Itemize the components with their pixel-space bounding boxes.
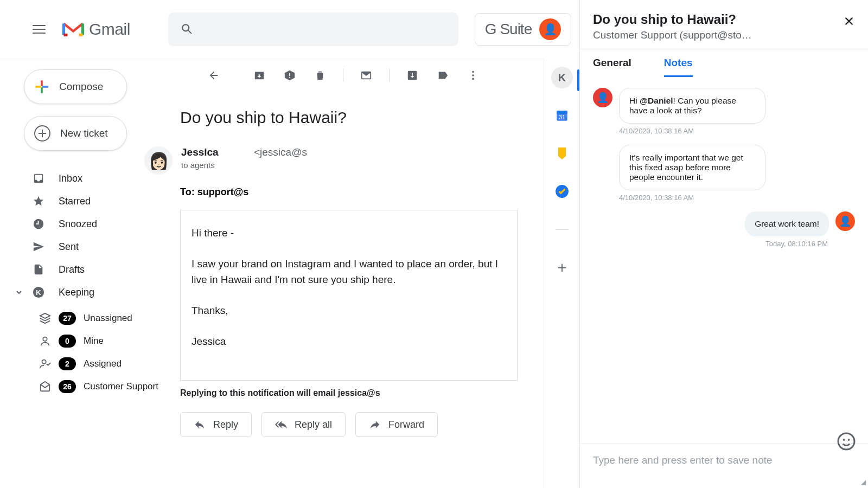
sender-avatar: 👩🏻 <box>144 146 173 175</box>
inbox-icon <box>33 172 44 184</box>
new-ticket-button[interactable]: New ticket <box>24 116 127 151</box>
main-menu-icon[interactable] <box>33 20 52 39</box>
keep-icon <box>556 146 569 160</box>
tab-general[interactable]: General <box>593 57 631 77</box>
notes-thread: 👤 Hi @Daniel! Can you please have a look… <box>580 77 868 443</box>
rail-keeping-icon[interactable]: K <box>544 59 580 97</box>
plus-icon: ＋ <box>554 257 570 278</box>
count-badge: 2 <box>59 357 76 370</box>
account-avatar[interactable] <box>539 18 561 40</box>
svg-point-6 <box>43 337 47 341</box>
sidebar-label: Inbox <box>59 173 82 184</box>
mail-icon <box>360 69 372 81</box>
email-pane: Do you ship to Hawaii? 👩🏻 Jessica <jessi… <box>174 92 542 488</box>
svg-rect-0 <box>41 80 43 86</box>
rail-add-button[interactable]: ＋ <box>544 248 580 286</box>
gmail-logo[interactable]: Gmail <box>62 20 130 38</box>
notes-panel: Do you ship to Hawaii? Customer Support … <box>579 0 868 488</box>
gsuite-badge[interactable]: G Suite <box>475 13 571 46</box>
sidebar-item-sent[interactable]: Sent <box>0 235 174 258</box>
reply-button[interactable]: Reply <box>180 412 252 437</box>
search-icon <box>180 22 194 36</box>
svg-rect-3 <box>42 86 48 88</box>
sub-label: Assigned <box>84 358 122 369</box>
svg-text:K: K <box>36 288 41 297</box>
delete-button[interactable] <box>307 62 333 88</box>
forward-button[interactable]: Forward <box>355 412 438 437</box>
spam-button[interactable] <box>277 62 303 88</box>
sidebar-label: Sent <box>59 241 79 253</box>
plus-circle-icon <box>34 125 50 142</box>
note: 👤 Great work team! <box>593 211 855 236</box>
reply-all-button[interactable]: Reply all <box>261 412 346 437</box>
to-line: To: support@s <box>180 187 542 198</box>
send-icon <box>33 241 44 253</box>
resize-handle-icon[interactable]: ◢ <box>861 478 866 486</box>
svg-point-8 <box>472 70 474 73</box>
sender-address: <jessica@s <box>254 146 307 158</box>
sub-label: Mine <box>84 336 104 346</box>
search-input[interactable] <box>168 12 458 46</box>
arrow-left-icon <box>208 69 220 81</box>
reply-icon <box>194 419 206 431</box>
archive-button[interactable] <box>246 62 272 88</box>
keeping-sub-assigned[interactable]: 2 Assigned <box>0 352 174 375</box>
keeping-sub-support[interactable]: 26 Customer Support <box>0 375 174 398</box>
inbox-open-icon <box>39 381 51 393</box>
note-bubble: Great work team! <box>745 211 829 236</box>
keeping-sub-mine[interactable]: 0 Mine <box>0 330 174 352</box>
panel-subtitle: Customer Support (support@stok… <box>593 29 756 41</box>
note-text: Hi <box>629 96 640 105</box>
note-mention[interactable]: @Daniel <box>640 96 673 105</box>
note-avatar: 👤 <box>835 211 855 231</box>
stack-icon <box>39 312 51 324</box>
keeping-k-icon: K <box>33 286 44 298</box>
note-timestamp: 4/10/2020, 10:38:16 AM <box>619 127 855 135</box>
sidebar-item-drafts[interactable]: Drafts <box>0 258 174 281</box>
recipients-summary[interactable]: to agents <box>181 160 307 170</box>
mark-unread-button[interactable] <box>353 62 379 88</box>
rail-keep-icon[interactable] <box>544 134 580 172</box>
count-badge: 27 <box>59 312 76 325</box>
labels-button[interactable] <box>430 62 456 88</box>
svg-point-7 <box>42 360 46 364</box>
close-icon <box>843 15 855 27</box>
sidebar-item-keeping[interactable]: K Keeping <box>0 281 174 304</box>
sidebar-item-snoozed[interactable]: Snoozed <box>0 213 174 235</box>
svg-point-17 <box>848 439 850 441</box>
rail-tasks-icon[interactable] <box>544 172 580 210</box>
more-vert-icon <box>467 69 479 81</box>
note: It's really important that we get this f… <box>593 145 855 190</box>
emoji-picker-button[interactable] <box>837 432 856 451</box>
gmail-header: Gmail G Suite <box>0 0 578 59</box>
note-input[interactable] <box>593 454 855 466</box>
svg-rect-1 <box>41 87 43 93</box>
panel-title: Do you ship to Hawaii? <box>593 12 756 27</box>
close-panel-button[interactable] <box>843 14 855 31</box>
sidebar-item-starred[interactable]: Starred <box>0 190 174 213</box>
move-to-inbox-button[interactable] <box>399 62 425 88</box>
more-button[interactable] <box>460 62 486 88</box>
gmail-word: Gmail <box>89 20 130 38</box>
reply-all-icon <box>275 419 287 431</box>
note-timestamp: Today, 08:10:16 PM <box>593 240 828 248</box>
count-badge: 0 <box>59 335 76 348</box>
new-ticket-label: New ticket <box>60 127 108 139</box>
back-button[interactable] <box>201 62 227 88</box>
sidebar-label: Keeping <box>59 287 94 298</box>
rail-calendar-icon[interactable]: 31 <box>544 97 580 134</box>
tab-notes[interactable]: Notes <box>664 57 693 77</box>
note: 👤 Hi @Daniel! Can you please have a look… <box>593 88 855 124</box>
note-bubble: Hi @Daniel! Can you please have a look a… <box>619 88 765 124</box>
body-line: I saw your brand on Instagram and I want… <box>192 256 506 287</box>
sub-label: Customer Support <box>84 381 158 392</box>
to-value: support@s <box>197 187 249 197</box>
person-icon <box>39 335 51 347</box>
to-label: To: <box>180 187 195 197</box>
reply-label: Reply <box>213 419 238 431</box>
keeping-sub-unassigned[interactable]: 27 Unassigned <box>0 307 174 330</box>
email-subject: Do you ship to Hawaii? <box>180 108 542 127</box>
compose-button[interactable]: Compose <box>24 69 127 104</box>
reply-all-label: Reply all <box>295 419 332 431</box>
star-icon <box>33 195 44 207</box>
